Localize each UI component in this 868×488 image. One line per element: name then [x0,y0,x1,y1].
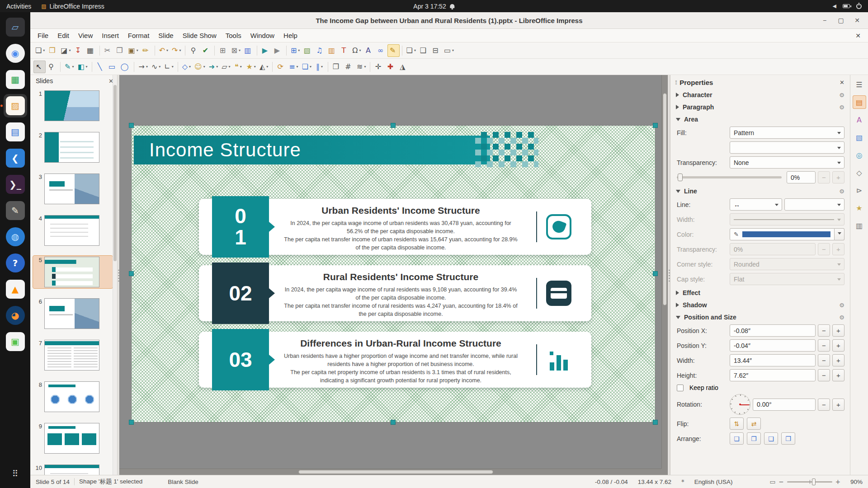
star-shapes-tool[interactable]: ★ ▾ [245,61,258,73]
section-area[interactable]: Area [670,113,850,125]
keep-ratio-checkbox[interactable] [677,385,684,391]
send-to-back-button[interactable]: ❒ [781,432,795,445]
corner-style-dropdown[interactable]: Rounded [730,258,844,270]
properties-tab[interactable]: ▤ [853,95,866,109]
send-backward-button[interactable]: ❑ [764,432,778,445]
snap-guides-button[interactable]: ⊠ ▾ [229,44,242,57]
vscode-icon[interactable]: ❮ [4,146,27,170]
cut-button[interactable]: ✂ [102,44,114,57]
slide-transition-tab[interactable]: ⊳ [853,183,866,197]
rotation-increase-button[interactable]: + [832,399,844,411]
fit-slide-button[interactable]: ▭ [770,478,776,485]
position-y-increase-button[interactable]: + [832,339,844,352]
block-arrows-tool[interactable]: ➜ ▾ [207,61,220,73]
width-field[interactable]: 13.44″ [730,354,816,366]
selection-handle[interactable] [391,420,396,425]
basic-shapes-tool[interactable]: ◇ ▾ [180,61,193,73]
shapes-tab[interactable]: ◇ [853,166,866,179]
selection-handle[interactable] [391,123,396,128]
slide-canvas[interactable]: Income Structure 01 Urban Resid [131,125,656,422]
slide-thumbnail[interactable]: 4 [33,214,113,247]
slide-thumbnail-preview[interactable] [44,132,99,163]
arrow-style-dropdown[interactable]: ↔ [730,198,782,211]
close-button[interactable]: ✕ [852,15,863,26]
zoom-in-button[interactable]: + [835,478,840,485]
clone-formatting-button[interactable]: ✏ [140,44,152,57]
vertical-scrollbar[interactable] [661,75,668,469]
transparency-decrease-button[interactable]: − [818,171,830,183]
extrusion-tool[interactable]: ◮ [397,61,409,73]
styles-tab[interactable]: A [853,113,866,127]
menu-item[interactable]: Window [246,30,279,41]
ellipse-tool[interactable]: ◯ [119,61,132,73]
insert-hyperlink-button[interactable]: ∞ [375,44,387,57]
menu-item[interactable]: Slide Show [178,30,221,41]
navigator-tab[interactable]: ◎ [853,148,866,162]
terminal-icon[interactable]: ❯_ [4,173,27,196]
section-effect[interactable]: Effect [670,286,850,299]
selection-handle[interactable] [129,420,134,425]
line-settings-gear-icon[interactable]: ⚙ [839,188,844,195]
slide-thumbnail[interactable]: 9 [33,422,113,455]
app-grid-icon[interactable]: ⠿ [4,462,27,485]
flip-horizontal-button[interactable]: ⇄ [747,418,761,430]
slide-thumbnail[interactable]: 5 [33,256,113,288]
minimize-button[interactable]: − [819,15,830,26]
sidebar-menu-icon[interactable]: ☰ [853,78,866,91]
save-button[interactable]: ◪ ▾ [59,44,72,57]
shadow-tool[interactable]: ❐ [330,61,343,73]
slide-thumbnail[interactable]: 1 [33,89,113,122]
spelling-button[interactable]: ✔ [200,44,212,57]
chrome-icon[interactable]: ◉ [4,42,27,65]
crop-tool[interactable]: # [343,61,355,73]
image-filter-tool[interactable]: ≋ ▾ [355,61,368,73]
slide-thumbnail-preview[interactable] [44,340,99,371]
transparency-increase-button[interactable]: + [832,171,844,183]
slide-thumbnail-preview[interactable] [44,465,99,475]
rotation-decrease-button[interactable]: − [818,399,830,411]
export-pdf-button[interactable]: ↧ [73,44,85,57]
text-editor-icon[interactable]: ▱ [4,15,27,39]
position-x-increase-button[interactable]: + [832,324,844,337]
zoom-out-button[interactable]: − [778,478,783,485]
zoom-tool[interactable]: ⚲ [46,61,58,73]
insert-media-button[interactable]: ♫ [314,44,326,57]
animation-tab[interactable]: ★ [853,201,866,215]
display-grid-button[interactable]: ⊞ [217,44,229,57]
slider-thumb[interactable] [678,174,683,181]
symbol-shapes-tool[interactable]: ☺ ▾ [193,61,207,73]
horizontal-scrollbar[interactable] [119,469,661,475]
focused-app-menu[interactable]: ▨ LibreOffice Impress [41,3,104,10]
globe-app-icon[interactable]: ◍ [4,225,27,249]
position-y-field[interactable]: -0.04″ [730,339,816,352]
panel-drag-handle[interactable]: ⁞⁞ [675,79,676,86]
slide-thumbnail[interactable]: 7 [33,339,113,371]
menu-item[interactable]: Help [279,30,302,41]
insert-text-box-button[interactable]: T [338,44,350,57]
close-document-button[interactable]: ✕ [855,32,865,39]
rotate-tool[interactable]: ⟳ [275,61,287,73]
slide-thumbnail-preview[interactable] [44,298,99,329]
selection-handle[interactable] [653,123,658,128]
new-slide-button[interactable]: ❏ ▾ [405,44,418,57]
section-paragraph[interactable]: Paragraph ⚙ [670,101,850,113]
display-views-button[interactable]: ▥ [242,44,255,57]
character-settings-gear-icon[interactable]: ⚙ [839,92,844,99]
position-settings-gear-icon[interactable]: ⚙ [839,314,844,321]
section-position-size[interactable]: Position and Size ⚙ [670,311,850,323]
start-from-first-slide-button[interactable]: ▶ [259,44,272,57]
start-from-current-slide-button[interactable]: ▶ [272,44,284,57]
zoom-slider-thumb[interactable] [812,479,816,485]
slide-thumbnail-preview[interactable] [44,215,99,246]
libreoffice-calc-icon[interactable]: ▦ [4,68,27,91]
battery-icon[interactable] [843,4,850,8]
slide-thumbnail-preview[interactable] [44,257,99,287]
distribute-tool[interactable]: ∥ ▾ [313,61,326,73]
select-tool[interactable]: ↖ [33,61,46,73]
edit-points-tool[interactable]: ✛ [373,61,385,73]
insert-image-button[interactable]: ▧ [302,44,314,57]
menu-item[interactable]: Tools [221,30,246,41]
section-character[interactable]: Character ⚙ [670,89,850,101]
shadow-settings-gear-icon[interactable]: ⚙ [839,302,844,309]
sidebar-splitter[interactable] [668,75,670,475]
